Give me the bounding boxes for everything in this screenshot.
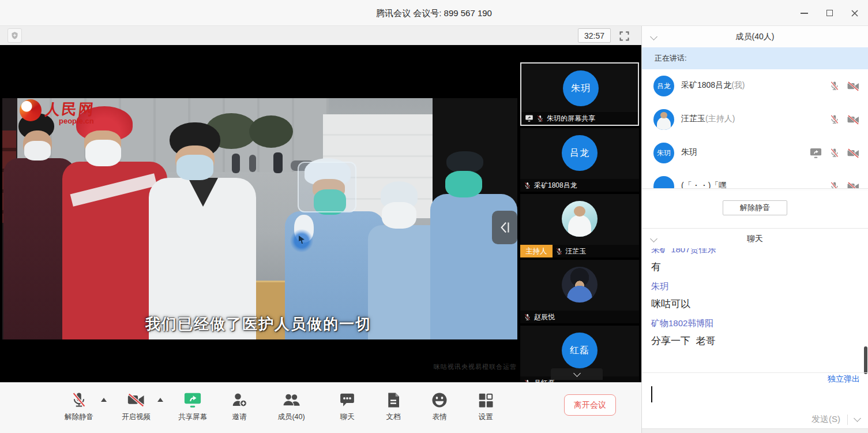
thumbnail-name: 采矿1808吕龙 [534, 181, 577, 191]
toolbar-chat-button[interactable]: 聊天 [321, 390, 374, 428]
logo-text-cn: 人民网 [44, 99, 96, 120]
mic-muted-icon [524, 313, 531, 321]
camera-off-icon[interactable] [847, 81, 860, 92]
members-collapse-button[interactable] [651, 34, 656, 39]
camera-off-icon[interactable] [847, 148, 860, 159]
scene-shape [232, 154, 240, 173]
toolbar-start-video-button[interactable]: 开启视频 [110, 390, 163, 428]
chevron-left-icon [497, 219, 512, 236]
mic-muted-icon[interactable] [829, 114, 840, 125]
participant-thumbnail[interactable]: 赵辰悦 [520, 260, 639, 323]
member-name-text: 汪芷玉 [681, 114, 705, 123]
member-row[interactable]: 汪芷玉(主持人) [642, 103, 868, 136]
members-list: 吕龙 采矿1808吕龙(我) 汪芷玉(主持人) 朱玥 朱玥 [642, 69, 868, 188]
camera-off-icon[interactable] [847, 181, 860, 189]
avatar [653, 109, 674, 130]
member-row[interactable]: 朱玥 朱玥 [642, 136, 868, 170]
toolbar-members-button[interactable]: 成员(40) [265, 390, 318, 428]
mic-muted-icon [536, 115, 544, 122]
thumbnail-label: 采矿1808吕龙 [520, 179, 639, 192]
mic-muted-icon [70, 391, 88, 409]
toolbar-unmute-button[interactable]: 解除静音 [52, 390, 106, 428]
filmstrip-collapse-button[interactable] [492, 211, 517, 244]
chat-popout-row: 独立弹出 [642, 372, 868, 384]
smiley-icon [431, 391, 448, 409]
chat-message-list[interactable]: 采矿 1807贾佳乐 有 朱玥 咪咕可以 矿物1802韩博阳 分享一下 老哥 [642, 248, 868, 372]
unmute-button[interactable]: 解除静音 [723, 200, 787, 215]
scene-person [446, 151, 483, 173]
chevron-down-icon [650, 33, 657, 40]
video-options-arrow[interactable] [157, 398, 163, 402]
mic-muted-icon[interactable] [829, 81, 840, 91]
meeting-security-button[interactable] [7, 28, 22, 43]
member-status-icons [829, 69, 860, 103]
title-bar: 腾讯会议 会议号: 899 567 190 [0, 0, 868, 26]
send-row: 发送(S) [642, 410, 868, 428]
toolbar-settings-button[interactable]: 设置 [459, 390, 512, 428]
camera-off-icon[interactable] [847, 114, 860, 125]
toolbar-docs-button[interactable]: 文档 [367, 390, 420, 428]
tencent-meeting-window: 腾讯会议 会议号: 899 567 190 32:57 [0, 0, 868, 433]
chat-collapse-button[interactable] [651, 236, 656, 241]
fullscreen-icon [618, 30, 630, 42]
meeting-timer: 32:57 [578, 28, 611, 43]
member-row[interactable]: 吕龙 采矿1808吕龙(我) [642, 69, 868, 103]
video-watermark: 咪咕视讯央视易橙联合运营 [434, 363, 517, 371]
meeting-toolbar: 解除静音 开启视频 共享屏幕 邀请 [0, 382, 641, 433]
thumbnail-label: 赵辰悦 [520, 311, 639, 323]
thumbnail-collapse-button[interactable] [551, 368, 603, 380]
minimize-button[interactable] [799, 8, 809, 18]
speaking-now-label: 正在讲话: [655, 54, 687, 62]
member-name-suffix: (主持人) [705, 114, 735, 123]
maximize-icon [826, 10, 833, 16]
fullscreen-button[interactable] [617, 29, 631, 43]
minimize-icon [801, 13, 808, 14]
document-icon [386, 391, 401, 409]
toolbar-label: 共享屏幕 [178, 412, 207, 422]
toolbar-label: 设置 [479, 412, 493, 422]
member-name-text: 朱玥 [681, 147, 697, 156]
popout-link[interactable]: 独立弹出 [828, 374, 860, 385]
peoplecn-logo: 人民网 people.cn [20, 99, 95, 125]
scene-person [445, 171, 482, 197]
video-top-bar: 32:57 [0, 26, 641, 45]
avatar: 朱玥 [563, 70, 599, 106]
mic-muted-icon[interactable] [829, 181, 840, 188]
send-button[interactable]: 发送(S) [811, 414, 840, 425]
screen-sharing-icon[interactable] [809, 147, 822, 159]
toolbar-share-screen-button[interactable]: 共享屏幕 [166, 390, 219, 428]
shield-icon [10, 31, 19, 40]
scene-person [24, 141, 51, 160]
thumbnail-label: 主持人 汪芷玉 [520, 245, 639, 257]
scene-shape [249, 115, 293, 148]
participant-thumbnail[interactable]: 朱玥 朱玥的屏幕共享 [520, 62, 639, 126]
thumbnail-name: 赵辰悦 [534, 312, 555, 322]
chat-message-text: 分享一下 老哥 [651, 334, 859, 348]
maximize-button[interactable] [824, 8, 835, 18]
close-button[interactable] [850, 8, 860, 18]
avatar [562, 201, 598, 237]
send-options-chevron[interactable] [854, 415, 861, 422]
avatar: 吕龙 [562, 135, 598, 171]
chat-message-text: 咪咕可以 [651, 297, 859, 311]
toolbar-reactions-button[interactable]: 表情 [413, 390, 466, 428]
member-name-text: (「・・)「嘿 [681, 181, 727, 188]
avatar [653, 176, 674, 188]
toolbar-invite-button[interactable]: 邀请 [213, 390, 266, 428]
screen-share-icon [183, 391, 202, 409]
toolbar-label: 开启视频 [122, 412, 151, 422]
toolbar-label: 文档 [386, 412, 401, 422]
mic-options-arrow[interactable] [101, 398, 107, 402]
member-name: 采矿1808吕龙(我) [681, 80, 745, 91]
participant-thumbnail[interactable]: 主持人 汪芷玉 [520, 194, 639, 257]
mic-muted-icon[interactable] [829, 148, 840, 158]
member-row[interactable]: (「・・)「嘿 [642, 170, 868, 188]
avatar [562, 267, 598, 303]
participant-thumbnail[interactable]: 吕龙 采矿1808吕龙 [520, 128, 639, 192]
chat-input[interactable] [642, 384, 868, 410]
scene-person [85, 140, 121, 166]
thumbnail-name: 朱玥的屏幕共享 [547, 114, 595, 124]
toolbar-label: 成员(40) [277, 412, 305, 422]
leave-meeting-button[interactable]: 离开会议 [564, 394, 616, 416]
video-area: 32:57 [0, 26, 641, 382]
